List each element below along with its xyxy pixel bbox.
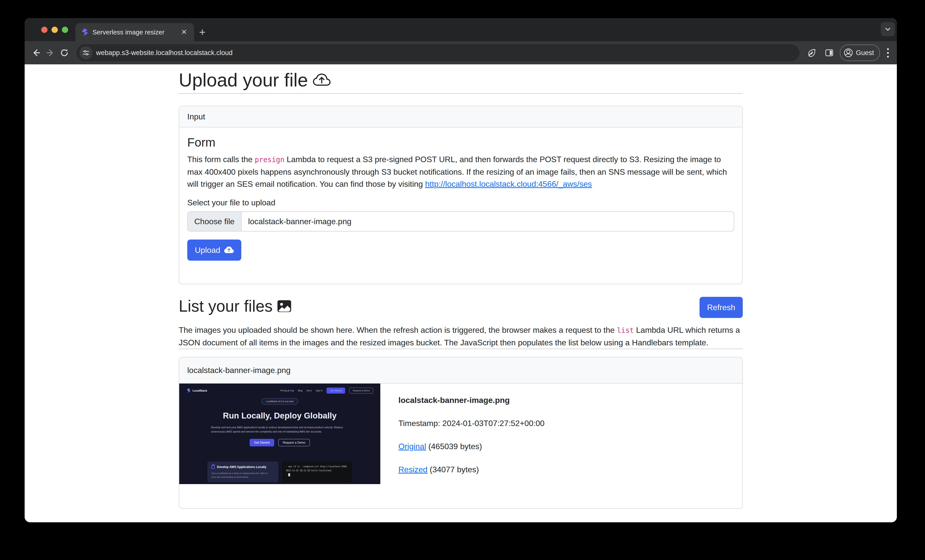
file-details: localstack-banner-image.png Timestamp: 2… <box>380 384 544 508</box>
divider <box>179 349 743 349</box>
site-settings-button[interactable] <box>80 46 92 59</box>
banner-feature-card: Develop AWS Applications Locally Use Loc… <box>207 461 278 482</box>
profile-button[interactable]: Guest <box>840 45 880 61</box>
localstack-favicon-icon <box>81 29 89 36</box>
form-title: Form <box>187 135 734 149</box>
new-tab-button[interactable]: + <box>199 27 206 38</box>
file-timestamp: Timestamp: 2024-01-03T07:27:52+00:00 <box>398 417 544 429</box>
original-link[interactable]: Original <box>398 442 426 451</box>
input-card-header: Input <box>179 106 742 128</box>
url-text: webapp.s3-website.localhost.localstack.c… <box>96 49 232 57</box>
banner-headline: Run Locally, Deploy Globally <box>179 410 380 421</box>
choose-file-button[interactable]: Choose file <box>188 212 241 231</box>
file-select-label: Select your file to upload <box>187 198 734 207</box>
browser-window: Serverless image resizer ✕ + <box>25 18 897 522</box>
divider <box>179 93 743 94</box>
banner-get-started: Get Started <box>250 439 274 446</box>
form-description: This form calls the presign Lambda to re… <box>187 153 734 190</box>
tab-strip: Serverless image resizer ✕ + <box>25 18 897 41</box>
tab-search-button[interactable] <box>881 22 895 36</box>
banner-terminal: › aws s3 ls --endpoint-url http://localh… <box>282 461 352 482</box>
side-panel-button[interactable] <box>822 46 836 60</box>
side-panel-icon <box>825 48 834 57</box>
cloud-upload-icon <box>313 71 330 89</box>
window-controls <box>41 27 68 33</box>
presign-code: presign <box>255 156 285 164</box>
maximize-window-button[interactable] <box>62 27 68 33</box>
list-code: list <box>617 326 634 334</box>
browser-toolbar: webapp.s3-website.localhost.localstack.c… <box>25 41 897 64</box>
close-window-button[interactable] <box>41 27 48 33</box>
kebab-menu-icon <box>887 48 889 50</box>
tab-title: Serverless image resizer <box>92 29 176 36</box>
upload-section-title: Upload your file <box>179 69 743 91</box>
energy-saver-button[interactable] <box>804 46 819 60</box>
file-thumbnail-image: LocalStack Pricing & Faq Blog Docs Sign … <box>179 384 380 484</box>
banner-nav: LocalStack Pricing & Faq Blog Docs Sign … <box>179 384 380 394</box>
list-description: The images you uploaded should be shown … <box>179 324 743 349</box>
original-file-row: Original (465039 bytes) <box>398 440 544 452</box>
avatar-icon <box>844 48 853 57</box>
web-page: Upload your file Input Form This form ca… <box>25 64 897 522</box>
list-section-title: List your files <box>179 297 292 315</box>
file-card-header: localstack-banner-image.png <box>179 357 742 384</box>
tab-close-icon[interactable]: ✕ <box>180 28 188 36</box>
file-name: localstack-banner-image.png <box>398 394 544 406</box>
terminal-cursor <box>288 473 290 476</box>
localstack-logo-icon <box>186 388 191 393</box>
back-icon <box>32 48 41 57</box>
chevron-down-icon <box>884 26 891 33</box>
cloud-upload-fill-icon <box>224 245 234 255</box>
forward-button[interactable] <box>43 46 57 60</box>
selected-file-name: localstack-banner-image.png <box>241 212 358 231</box>
reload-button[interactable] <box>57 46 71 60</box>
tab-serverless-image-resizer[interactable]: Serverless image resizer ✕ <box>75 23 194 41</box>
resized-file-row: Resized (34077 bytes) <box>398 464 544 476</box>
refresh-button[interactable]: Refresh <box>699 297 743 318</box>
clipboard-icon <box>211 465 215 469</box>
ses-link[interactable]: http://localhost.localstack.cloud:4566/_… <box>425 179 592 188</box>
minimize-window-button[interactable] <box>51 27 58 33</box>
input-card: Input Form This form calls the presign L… <box>179 106 743 284</box>
back-button[interactable] <box>29 46 43 60</box>
upload-button[interactable]: Upload <box>187 239 241 260</box>
browser-menu-button[interactable] <box>884 48 892 57</box>
banner-badge: LocalStack v3.0 is out now! <box>261 398 298 405</box>
url-bar[interactable]: webapp.s3-website.localhost.localstack.c… <box>77 44 800 61</box>
file-input[interactable]: Choose file localstack-banner-image.png <box>187 211 734 232</box>
banner-subtext: Develop and test your AWS applications l… <box>211 425 349 434</box>
file-card: localstack-banner-image.png LocalStack P… <box>179 357 743 509</box>
banner-logo: LocalStack <box>186 388 207 393</box>
image-icon <box>277 299 292 313</box>
reload-icon <box>60 48 69 57</box>
resized-link[interactable]: Resized <box>398 465 428 474</box>
profile-label: Guest <box>856 49 874 57</box>
site-settings-icon <box>82 49 90 57</box>
forward-icon <box>45 48 55 57</box>
banner-request-demo: Request a Demo <box>278 439 310 446</box>
energy-saver-leaf-icon <box>807 48 816 57</box>
